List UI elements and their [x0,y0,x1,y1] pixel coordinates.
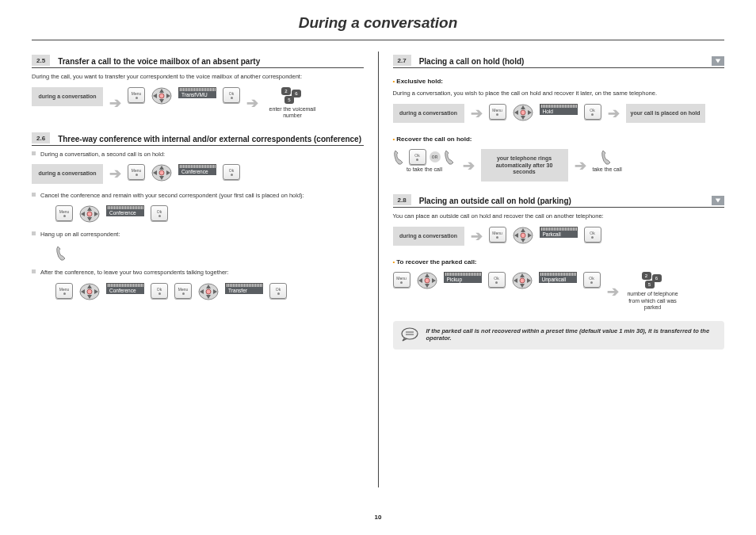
result-box: your call is placed on hold [626,104,705,123]
section-title: Three-way conference with internal and/o… [58,135,363,143]
svg-point-5 [159,94,164,98]
menu-key: Menu [489,104,506,120]
state-box: during a conversation [32,87,103,106]
menu-key: Menu [393,272,410,288]
right-column: 2.7 Placing a call on hold (hold) •Exclu… [379,55,725,487]
svg-point-43 [521,233,525,238]
dialpad-icon: 265 [642,272,664,289]
svg-marker-37 [716,199,720,203]
ok-key: Ok [409,149,426,165]
nav-4way-icon [79,205,100,223]
bullet-row: Cancel the conference and remain with yo… [32,192,364,200]
step-caption: to take the call [407,166,442,173]
svg-point-49 [425,278,430,283]
menu-key: Menu [55,283,73,299]
svg-point-23 [87,289,92,294]
screen-label: Hold [540,104,578,115]
speech-bubble-icon [401,327,418,343]
screen-label: Transfer [225,283,263,294]
nav-4way-icon [417,272,437,289]
nav-4way-icon [513,227,533,244]
section-2-6: 2.6 Three-way conference with internal a… [32,132,364,300]
chevron-down-icon [712,196,724,205]
svg-point-29 [206,289,211,294]
menu-key: Menu [128,164,145,180]
state-box: during a conversation [393,104,464,123]
section-title: Transfer a call to the voice mailbox of … [58,57,363,66]
svg-point-11 [159,170,164,175]
section-title: Placing a call on hold (hold) [419,57,704,66]
subheading: Recover the call on hold: [396,136,472,143]
section-2-8: 2.8 Placing an outside call on hold (par… [393,194,725,349]
svg-point-56 [402,328,418,339]
handset-icon [55,245,68,261]
screen-label: Unparkcall [539,272,577,283]
screen-label: TransfVMU [178,87,216,98]
svg-point-36 [521,110,525,115]
ok-key: Ok [583,272,601,288]
svg-point-17 [87,212,92,216]
ok-key: Ok [584,104,601,120]
arrow-icon: ➔ [608,105,620,122]
arrow-icon: ➔ [471,227,483,245]
subheading: To recover the parked call: [396,258,476,266]
section-number: 2.6 [32,132,50,143]
page-title: During a conversation [0,0,756,40]
ok-key: Ok [584,227,601,243]
subheading: Exclusive hold: [396,78,443,85]
bullet-row: Hang up on all correspondent: [32,231,364,239]
screen-label: Pickup [444,272,482,283]
dialpad-icon: 265 [281,87,304,105]
ok-key: Ok [223,87,240,103]
nav-4way-icon [513,104,533,121]
handset-icon [444,149,456,165]
nav-4way-icon [198,283,219,300]
svg-marker-30 [716,59,720,63]
section-number: 2.7 [393,55,411,66]
arrow-icon: ➔ [109,165,121,182]
arrow-icon: ➔ [463,157,475,174]
left-column: 2.5 Transfer a call to the voice mailbox… [32,55,378,487]
arrow-icon: ➔ [246,94,258,112]
chevron-down-icon [712,56,724,66]
ok-key: Ok [223,164,240,180]
menu-key: Menu [55,205,73,221]
page-number: 10 [375,514,382,521]
ok-key: Ok [151,283,168,299]
step-caption: take the call [593,166,622,173]
arrow-icon: ➔ [471,105,483,122]
or-badge: OR [430,151,441,162]
ok-key: Ok [151,205,168,221]
menu-key: Menu [174,283,192,299]
state-box: during a conversation [32,164,103,183]
section-intro: During a conversation, you wish to place… [393,90,725,97]
section-title: Placing an outside call on hold (parking… [419,197,704,205]
screen-label: Parkcall [540,227,578,238]
menu-key: Menu [489,227,506,243]
step-row: during a conversation ➔ Menu TransfVMU O… [32,87,364,120]
arrow-icon: ➔ [109,94,121,112]
nav-4way-icon [79,283,100,300]
state-box: during a conversation [393,227,464,246]
section-2-7: 2.7 Placing a call on hold (hold) •Exclu… [393,55,725,182]
tip-text: If the parked call is not recovered with… [426,327,717,342]
nav-4way-icon [512,272,533,289]
bullet-row: During a conversation, a second call is … [32,151,364,159]
result-box: your telephone rings automatically after… [481,149,568,182]
section-intro: You can place an outside call on hold an… [393,212,725,220]
menu-key: Menu [128,87,145,103]
screen-label: Conference [106,283,144,294]
svg-point-55 [520,278,525,283]
ok-key: Ok [269,283,287,299]
tip-box: If the parked call is not recovered with… [393,321,725,350]
arrow-icon: ➔ [575,157,586,174]
nav-4way-icon [151,164,172,182]
nav-4way-icon [151,87,172,105]
screen-label: Conference [106,205,144,216]
section-number: 2.8 [393,194,411,205]
step-caption: enter the voicemail number [265,106,320,120]
arrow-icon: ➔ [607,283,619,300]
section-intro: During the call, you want to transfer yo… [32,73,364,81]
ok-key: Ok [488,272,506,288]
handset-icon [393,149,406,165]
